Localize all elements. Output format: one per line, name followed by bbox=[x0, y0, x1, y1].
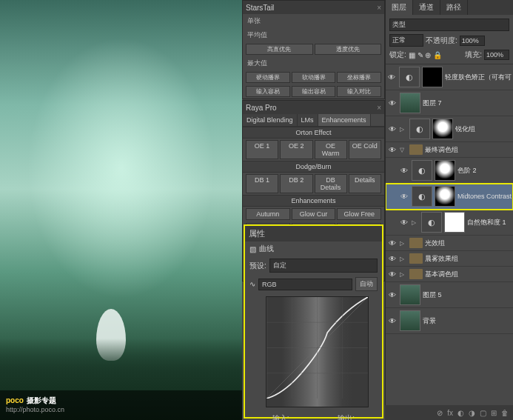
layer-row[interactable]: 👁▷晨雾效果组 bbox=[386, 251, 513, 267]
close-icon[interactable]: × bbox=[377, 104, 381, 112]
layer-row[interactable]: 👁▷基本调色组 bbox=[386, 267, 513, 282]
layer-name[interactable]: 基本调色组 bbox=[425, 270, 458, 279]
btn-bot-2[interactable]: 输入对比 bbox=[337, 86, 381, 97]
visibility-icon[interactable]: 👁 bbox=[387, 316, 398, 325]
mask-icon[interactable]: ◐ bbox=[457, 409, 464, 417]
layer-row[interactable]: 👁▷◐自然饱和度 1 bbox=[386, 210, 513, 236]
mask-thumb[interactable] bbox=[432, 119, 453, 139]
layer-name[interactable]: 自然饱和度 1 bbox=[467, 218, 506, 227]
layer-name[interactable]: 图层 5 bbox=[423, 290, 442, 300]
visibility-icon[interactable]: 👁 bbox=[399, 192, 409, 201]
curve-line[interactable] bbox=[266, 297, 368, 399]
layer-row[interactable]: 👁◐Midtones Contrast bbox=[386, 184, 513, 210]
fold-icon[interactable]: ▷ bbox=[412, 219, 419, 226]
visibility-icon[interactable]: 👁 bbox=[399, 218, 409, 227]
adjustment-thumb[interactable]: ◐ bbox=[421, 212, 442, 233]
layer-row[interactable]: 👁◐轻度肤色矫正（可有可无 bbox=[386, 64, 513, 90]
tab-enhancements[interactable]: Enhancements bbox=[318, 114, 371, 126]
layer-thumb[interactable] bbox=[400, 93, 420, 113]
layer-name[interactable]: 晨雾效果组 bbox=[425, 254, 458, 264]
btn-avg-0[interactable]: 高直优先 bbox=[246, 44, 313, 55]
link-icon[interactable]: ⊘ bbox=[437, 409, 443, 417]
btn-details[interactable]: Details bbox=[349, 174, 381, 193]
visibility-icon[interactable]: 👁 bbox=[387, 239, 398, 247]
btn-max-2[interactable]: 坐标播界 bbox=[337, 72, 381, 83]
layer-name[interactable]: 色阶 2 bbox=[457, 166, 477, 176]
btn-oecold[interactable]: OE Cold bbox=[349, 140, 381, 159]
curves-graph[interactable] bbox=[266, 296, 369, 407]
btn-max-0[interactable]: 硬动播界 bbox=[246, 72, 290, 83]
new-layer-icon[interactable]: ⊞ bbox=[491, 409, 497, 417]
auto-button[interactable]: 自动 bbox=[355, 277, 378, 291]
fx-icon[interactable]: fx bbox=[447, 409, 453, 417]
fold-icon[interactable]: ▷ bbox=[400, 240, 407, 247]
btn-oewarm[interactable]: OE Warm bbox=[315, 140, 347, 159]
mask-thumb[interactable] bbox=[422, 67, 443, 87]
tab-lms[interactable]: LMs bbox=[298, 114, 318, 126]
visibility-icon[interactable]: 👁 bbox=[387, 270, 398, 279]
mask-thumb[interactable] bbox=[435, 186, 455, 207]
channel-icon[interactable]: ∿ bbox=[249, 280, 255, 288]
close-icon[interactable]: × bbox=[377, 4, 381, 12]
fold-icon[interactable]: ▷ bbox=[400, 256, 407, 262]
adjustment-thumb[interactable]: ◐ bbox=[409, 119, 430, 139]
layer-row[interactable]: 👁▷光效组 bbox=[386, 236, 513, 251]
layer-name[interactable]: 最终调色组 bbox=[425, 145, 458, 155]
adjustment-thumb[interactable]: ◐ bbox=[412, 186, 432, 207]
btn-dbdet[interactable]: DB Details bbox=[315, 174, 347, 193]
adjustment-thumb[interactable]: ◐ bbox=[412, 160, 432, 181]
opacity-value[interactable]: 100% bbox=[460, 36, 485, 46]
layer-name[interactable]: 锐化组 bbox=[455, 124, 475, 134]
layer-name[interactable]: 轻度肤色矫正（可有可无 bbox=[445, 73, 512, 82]
visibility-icon[interactable]: 👁 bbox=[387, 73, 397, 81]
btn-glowfree[interactable]: Glow Free bbox=[337, 208, 381, 220]
btn-oe2[interactable]: OE 2 bbox=[280, 140, 312, 159]
visibility-icon[interactable]: 👁 bbox=[387, 290, 398, 299]
layer-thumb[interactable] bbox=[400, 310, 420, 331]
tab-channels[interactable]: 通道 bbox=[413, 0, 440, 15]
layer-row[interactable]: 👁图层 7 bbox=[386, 90, 513, 116]
btn-bot-0[interactable]: 输入容易 bbox=[246, 86, 290, 97]
mask-thumb[interactable] bbox=[435, 160, 455, 181]
layers-list[interactable]: 👁◐轻度肤色矫正（可有可无👁图层 7👁▷◐锐化组👁▽最终调色组👁◐色阶 2👁◐M… bbox=[386, 64, 513, 420]
btn-glowcur[interactable]: Glow Cur bbox=[292, 208, 336, 220]
filter-kind[interactable]: 类型 bbox=[389, 19, 509, 31]
layer-row[interactable]: 👁背景 bbox=[386, 308, 513, 334]
visibility-icon[interactable]: 👁 bbox=[387, 124, 398, 133]
layer-row[interactable]: 👁▽最终调色组 bbox=[386, 142, 513, 158]
fold-icon[interactable]: ▷ bbox=[400, 271, 407, 278]
lock-icons[interactable]: ▦ ✎ ⊕ 🔒 bbox=[409, 51, 442, 59]
blend-mode-select[interactable]: 正常 bbox=[389, 34, 423, 47]
layer-name[interactable]: 背景 bbox=[423, 316, 436, 326]
layer-row[interactable]: 👁图层 5 bbox=[386, 282, 513, 308]
group-icon[interactable]: ▢ bbox=[480, 409, 486, 417]
btn-oe1[interactable]: OE 1 bbox=[246, 140, 278, 159]
tab-paths[interactable]: 路径 bbox=[440, 0, 468, 15]
mask-thumb[interactable] bbox=[444, 212, 465, 233]
layer-name[interactable]: 光效组 bbox=[425, 239, 445, 248]
layer-thumb[interactable] bbox=[400, 284, 420, 305]
btn-avg-1[interactable]: 透度优先 bbox=[315, 44, 382, 55]
btn-max-1[interactable]: 软动播界 bbox=[292, 72, 336, 83]
btn-bot-1[interactable]: 输出容易 bbox=[292, 86, 336, 97]
fill-value[interactable]: 100% bbox=[484, 50, 509, 60]
adjustment-thumb[interactable]: ◐ bbox=[399, 67, 420, 87]
visibility-icon[interactable]: 👁 bbox=[387, 254, 398, 263]
btn-db2[interactable]: DB 2 bbox=[280, 174, 312, 193]
btn-db1[interactable]: DB 1 bbox=[246, 174, 278, 193]
visibility-icon[interactable]: 👁 bbox=[399, 166, 409, 175]
visibility-icon[interactable]: 👁 bbox=[387, 99, 398, 107]
btn-autumn[interactable]: Autumn bbox=[246, 208, 290, 220]
fold-icon[interactable]: ▷ bbox=[400, 126, 407, 133]
adjustment-icon[interactable]: ◑ bbox=[469, 409, 475, 417]
tab-digital-blending[interactable]: Digital Blending bbox=[243, 114, 298, 126]
fold-icon[interactable]: ▽ bbox=[400, 147, 407, 153]
layer-row[interactable]: 👁◐色阶 2 bbox=[386, 158, 513, 184]
visibility-icon[interactable]: 👁 bbox=[387, 145, 398, 154]
trash-icon[interactable]: 🗑 bbox=[501, 409, 509, 417]
layer-name[interactable]: Midtones Contrast bbox=[457, 193, 512, 200]
layer-name[interactable]: 图层 7 bbox=[423, 99, 442, 108]
channel-select[interactable]: RGB bbox=[258, 279, 352, 290]
document-canvas[interactable]: poco 摄影专题 http://photo.poco.cn bbox=[0, 0, 242, 420]
tab-layers[interactable]: 图层 bbox=[386, 0, 413, 15]
